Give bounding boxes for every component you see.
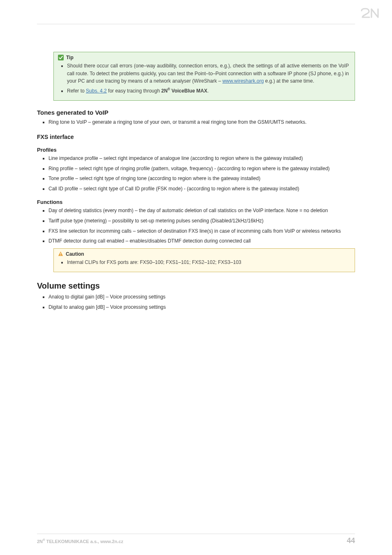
profiles-item: Ring profile – select right type of ring… [48,165,355,173]
caution-title: Caution [66,251,84,257]
footer-company-text: TELEKOMUNIKACE a.s., www.2n.cz [45,539,123,544]
caution-body: Internal CLIPs for FXS ports are: FXS0–1… [60,259,349,266]
functions-item: DTMF detector during call enabled – enab… [48,237,355,245]
tip-title-row: Tip [58,55,349,60]
caution-callout: Caution Internal CLIPs for FXS ports are… [53,248,355,273]
svg-rect-0 [58,55,64,60]
svg-rect-2 [60,255,61,255]
volume-item: Digital to analog gain [dB] – Voice proc… [48,303,355,311]
tip-callout: Tip Should there occur call errors (one–… [53,52,355,101]
volume-heading: Volume settings [37,281,355,291]
footer-company: 2N® TELEKOMUNIKACE a.s., www.2n.cz [37,538,123,544]
svg-rect-1 [60,253,61,254]
tip-text-1b: e.g.) at the same time. [264,78,314,84]
header-divider [37,24,355,24]
caution-item: Internal CLIPs for FXS ports are: FXS0–1… [67,259,349,266]
profiles-item: Call ID profile – select right type of C… [48,185,355,193]
tip-item-2: Refer to Subs. 4.2 for easy tracing thro… [67,87,349,95]
tip-title: Tip [66,55,74,60]
tones-heading: Tones generated to VoIP [37,109,355,116]
tip-item-1: Should there occur call errors (one–way … [67,62,349,85]
profiles-item: Line impedance profile – select right im… [48,155,355,162]
check-icon [58,55,64,60]
functions-item: Tariff pulse type (metering) – possibili… [48,217,355,225]
volume-item: Analog to digital gain [dB] – Voice proc… [48,293,355,301]
tip-text-2c: . [207,88,208,94]
page-content: Tip Should there occur call errors (one–… [37,52,355,311]
tip-product: VoiceBlue MAX [170,88,207,94]
footer-page-number: 44 [347,536,355,545]
functions-heading: Functions [37,199,355,205]
brand-logo-icon [360,7,380,21]
functions-item: Day of deleting statistics (every month)… [48,207,355,215]
fxs-heading: FXS interface [37,134,355,140]
warning-icon [58,251,63,257]
tip-text-2a: Refer to [67,88,86,94]
tip-brand: 2N [161,88,167,94]
tones-item: Ring tone to VoIP – generate a ringing t… [48,118,355,126]
subs-link[interactable]: Subs. 4.2 [86,88,107,94]
profiles-item: Tone profile – select right type of ring… [48,175,355,183]
caution-title-row: Caution [58,251,349,257]
profiles-heading: Profiles [37,147,355,153]
page-footer: 2N® TELEKOMUNIKACE a.s., www.2n.cz 44 [37,534,355,545]
functions-item: FXS line selection for incomming calls –… [48,227,355,235]
wireshark-link[interactable]: www.wireshark.org [222,78,264,84]
tip-body: Should there occur call errors (one–way … [60,62,349,95]
tip-text-2b: for easy tracing through [107,88,161,94]
footer-brand: 2N [37,539,43,544]
